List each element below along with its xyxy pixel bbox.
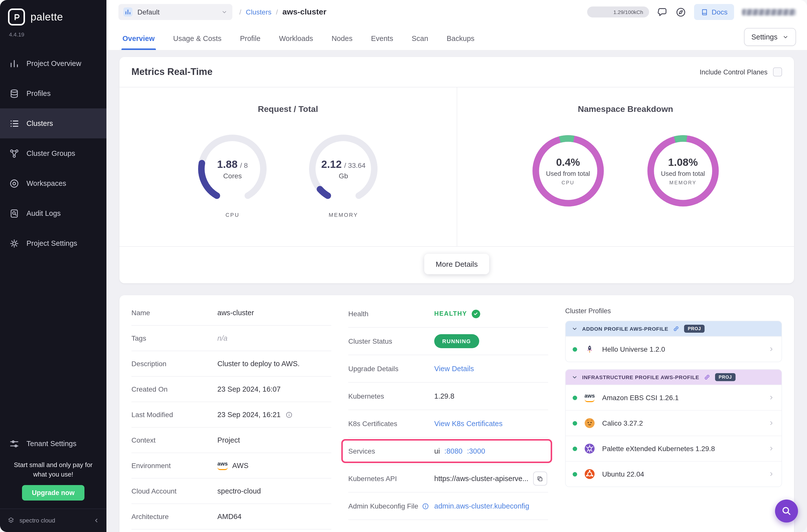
sidebar-item-clusters[interactable]: Clusters: [0, 108, 107, 138]
memory-gauge: 2.12/ 33.64 Gb MEMORY: [306, 131, 381, 218]
profile-layer-palette-extended-kubernetes[interactable]: Palette eXtended Kubernetes 1.29.8: [566, 436, 782, 461]
sidebar-item-tenant-settings[interactable]: Tenant Settings: [0, 431, 107, 457]
aws-logo-icon: aws: [584, 392, 596, 404]
include-control-planes-label: Include Control Planes: [699, 68, 768, 76]
cluster-details-card: Nameaws-cluster Tagsn/a DescriptionClust…: [119, 295, 794, 532]
brand-name: palette: [31, 11, 63, 23]
service-port-3000-link[interactable]: :3000: [467, 447, 485, 455]
view-details-link[interactable]: View Details: [434, 365, 474, 373]
breadcrumb: / Clusters / aws-cluster: [239, 7, 326, 17]
addon-profile-header[interactable]: ADDON PROFILE AWS-PROFILE PROJ: [566, 321, 782, 336]
copy-icon[interactable]: [533, 472, 547, 486]
chat-icon[interactable]: [657, 7, 668, 17]
tab-workloads[interactable]: Workloads: [278, 35, 314, 50]
settings-button[interactable]: Settings: [744, 28, 796, 46]
book-icon: [700, 8, 708, 16]
breadcrumb-clusters-link[interactable]: Clusters: [246, 8, 271, 16]
ubuntu-logo-icon: [584, 468, 596, 480]
sidebar-item-project-overview[interactable]: Project Overview: [0, 49, 107, 78]
metrics-panels: Request / Total 1.88/ 8: [119, 88, 794, 246]
sidebar-item-label: Profiles: [26, 90, 51, 97]
info-row-description: DescriptionCluster to deploy to AWS.: [131, 351, 331, 377]
namespace-cpu-label: CPU: [562, 180, 575, 185]
profile-layer-calico[interactable]: Calico 3.27.2: [566, 410, 782, 436]
service-name: ui: [434, 447, 440, 455]
sidebar-item-label: Project Overview: [26, 59, 81, 68]
profile-layer-hello-universe[interactable]: Hello Universe 1.2.0: [566, 336, 782, 362]
profile-layer-ubuntu[interactable]: Ubuntu 22.04: [566, 461, 782, 487]
tab-scan[interactable]: Scan: [411, 35, 429, 50]
palette-logo-icon: [8, 8, 25, 25]
kubernetes-api-url: https://aws-cluster-apiserve...: [434, 475, 528, 482]
green-status-dot: [573, 446, 577, 451]
settings-label: Settings: [751, 33, 777, 41]
project-scope-badge: PROJ: [684, 325, 705, 333]
include-control-planes-checkbox[interactable]: [773, 68, 782, 76]
collapse-sidebar-icon[interactable]: [93, 517, 99, 524]
memory-unit: Gb: [339, 172, 348, 179]
profile-layer-amazon-ebs-csi[interactable]: aws Amazon EBS CSI 1.26.1: [566, 385, 782, 410]
status-row-k8s-certificates: K8s Certificates View K8s Certificates: [348, 410, 548, 438]
tab-overview[interactable]: Overview: [121, 35, 156, 50]
kubeconfig-download-link[interactable]: admin.aws-cluster.kubeconfig: [434, 502, 529, 510]
tab-profile[interactable]: Profile: [239, 35, 261, 50]
user-menu-redacted[interactable]: [742, 9, 796, 15]
chevron-right-icon: [769, 445, 774, 452]
info-row-cloud-account: Cloud Accountspectro-cloud: [131, 478, 331, 504]
green-status-dot: [573, 347, 577, 352]
chevron-down-icon: [571, 326, 578, 332]
docs-button[interactable]: Docs: [694, 4, 734, 20]
memory-total-value: / 33.64: [344, 161, 366, 169]
sidebar-item-workspaces[interactable]: Workspaces: [0, 168, 107, 198]
status-row-cluster-status: Cluster Status RUNNING: [348, 328, 548, 355]
upgrade-now-button[interactable]: Upgrade now: [22, 485, 85, 500]
project-scope-badge: PROJ: [715, 373, 735, 381]
sidebar-item-profiles[interactable]: Profiles: [0, 78, 107, 108]
status-row-health: Health HEALTHY: [348, 300, 548, 328]
addon-profile-group: ADDON PROFILE AWS-PROFILE PROJ Hello Uni…: [565, 321, 782, 362]
namespace-breakdown-panel: Namespace Breakdown 0.4%: [456, 88, 794, 246]
screen: palette 4.4.19 Project Overview Profiles…: [0, 0, 807, 532]
tab-events[interactable]: Events: [370, 35, 394, 50]
sidebar-item-label: Clusters: [26, 119, 53, 127]
info-row-last-modified: Last Modified 23 Sep 2024, 16:21: [131, 402, 331, 428]
sidebar-bottom: Tenant Settings Start small and only pay…: [0, 431, 107, 532]
cpu-total-value: / 8: [240, 161, 248, 169]
namespace-memory-donut: 1.08% Used from total MEMORY: [644, 131, 722, 210]
tab-backups[interactable]: Backups: [446, 35, 475, 50]
project-selector[interactable]: Default: [118, 4, 232, 20]
layers-icon: [9, 88, 19, 99]
namespace-breakdown-title: Namespace Breakdown: [467, 104, 784, 114]
sidebar-item-label: Audit Logs: [26, 209, 61, 217]
namespace-cpu-donut: 0.4% Used from total CPU: [529, 131, 607, 210]
namespace-memory-caption: Used from total: [661, 170, 705, 177]
view-k8s-certificates-link[interactable]: View K8s Certificates: [434, 420, 503, 428]
chevron-right-icon: [769, 346, 774, 352]
breadcrumb-current: aws-cluster: [282, 7, 326, 17]
kubernetes-logo-icon: [584, 442, 596, 455]
gear-icon: [9, 238, 19, 248]
audit-doc-icon: [9, 208, 19, 218]
status-row-kubernetes: Kubernetes 1.29.8: [348, 383, 548, 410]
sidebar-item-project-settings[interactable]: Project Settings: [0, 228, 107, 258]
info-icon[interactable]: [422, 502, 429, 510]
sidebar-item-cluster-groups[interactable]: Cluster Groups: [0, 138, 107, 168]
link-icon: [704, 374, 711, 381]
footer-brand-label: spectro cloud: [19, 517, 55, 524]
sidebar-item-label: Cluster Groups: [26, 149, 75, 157]
sidebar-item-label: Workspaces: [26, 179, 66, 187]
infrastructure-profile-header[interactable]: INFRASTRUCTURE PROFILE AWS-PROFILE PROJ: [566, 370, 782, 385]
tab-usage-costs[interactable]: Usage & Costs: [172, 35, 222, 50]
more-details-button[interactable]: More Details: [424, 254, 489, 274]
green-status-dot: [573, 472, 577, 476]
tab-nodes[interactable]: Nodes: [331, 35, 354, 50]
info-icon[interactable]: [285, 411, 293, 418]
sidebar-item-audit-logs[interactable]: Audit Logs: [0, 198, 107, 228]
service-port-8080-link[interactable]: :8080: [445, 447, 463, 455]
search-fab-button[interactable]: [775, 499, 798, 522]
cluster-tabs: Overview Usage & Costs Profile Workloads…: [107, 24, 807, 50]
docs-label: Docs: [712, 8, 728, 16]
chevron-right-icon: [769, 471, 774, 477]
info-row-context: ContextProject: [131, 428, 331, 453]
help-compass-icon[interactable]: [676, 7, 686, 17]
